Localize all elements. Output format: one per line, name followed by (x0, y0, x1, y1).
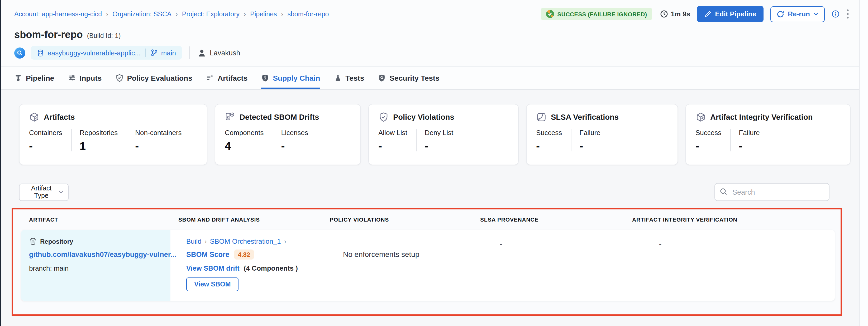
summary-cards: Artifacts Containers - Repositories 1 No… (19, 104, 850, 165)
sbom-drift-cell: Build › SBOM Orchestration_1 › SBOM Scor… (170, 230, 322, 301)
breadcrumb: Account: app-harness-ng-cicd› Organizati… (14, 10, 329, 18)
repository-link[interactable]: easybuggy-vulnerable-applic... (36, 49, 141, 57)
view-sbom-drift-link[interactable]: View SBOM drift (186, 264, 240, 272)
page-title: sbom-for-repo (14, 29, 83, 41)
more-options-kebab-icon[interactable] (846, 9, 849, 19)
git-branch-icon (151, 49, 158, 57)
column-policy-violations: Policy Violations (330, 216, 480, 223)
tab-supply-chain-label: Supply Chain (273, 74, 320, 82)
app-window: Account: app-harness-ng-cicd› Organizati… (0, 0, 868, 326)
tab-supply-chain[interactable]: Supply Chain (261, 67, 320, 89)
slsa-icon (536, 112, 547, 122)
breadcrumb-project[interactable]: Project: Exploratory (182, 10, 240, 18)
status-badge: SUCCESS (FAILURE IGNORED) (541, 8, 652, 20)
tab-inputs-label: Inputs (80, 74, 101, 82)
shield-check-icon (378, 112, 389, 122)
chevron-right-icon: › (284, 238, 286, 245)
artifact-cell: Repository github.com/lavakush07/easybug… (21, 230, 170, 301)
slsa-provenance-cell: - (472, 230, 624, 301)
search-input[interactable] (714, 183, 830, 201)
security-shield-icon (378, 74, 386, 82)
sbom-score-link[interactable]: SBOM Score (186, 251, 229, 259)
supply-chain-content: Artifacts Containers - Repositories 1 No… (0, 104, 868, 316)
chevron-down-icon (58, 190, 63, 194)
tab-inputs[interactable]: Inputs (68, 67, 101, 89)
stat-non-containers: Non-containers - (127, 129, 190, 152)
rerun-button[interactable]: Re-run (770, 6, 825, 22)
search-box[interactable] (714, 183, 830, 201)
column-artifact: Artifact (29, 216, 178, 223)
right-scroll-rail[interactable] (859, 0, 868, 326)
tab-pipeline-label: Pipeline (26, 74, 54, 82)
sbom-step-orchestration-link[interactable]: SBOM Orchestration_1 (210, 237, 281, 245)
flask-icon (334, 74, 342, 82)
stat-repositories: Repositories 1 (71, 129, 127, 152)
stat-integrity-failure: Failure - (730, 129, 769, 152)
card-title: Artifacts (44, 113, 75, 121)
triggered-by-user: Lavakush (197, 48, 240, 57)
sbom-step-breadcrumb: Build › SBOM Orchestration_1 › (186, 237, 317, 245)
sbom-score-badge: 4.82 (234, 250, 254, 260)
document-cube-icon (225, 112, 235, 122)
tab-artifacts[interactable]: Artifacts (206, 67, 248, 89)
tab-bar: Pipeline Inputs Policy Evaluations Artif… (0, 67, 868, 90)
page-header: Account: app-harness-ng-cicd› Organizati… (0, 0, 868, 67)
breadcrumb-pipeline-name[interactable]: sbom-for-repo (287, 10, 329, 18)
repo-branch-pill: easybuggy-vulnerable-applic... main (31, 46, 182, 60)
trigger-type-icon (14, 47, 25, 58)
card-title: Artifact Integrity Verification (710, 113, 813, 121)
repository-name: easybuggy-vulnerable-applic... (48, 49, 141, 57)
card-title: SLSA Verifications (551, 113, 619, 121)
tab-artifacts-label: Artifacts (218, 74, 248, 82)
duration-label: 1m 9s (671, 10, 690, 18)
user-icon (197, 48, 206, 57)
title-row: sbom-for-repo (Build Id: 1) (14, 29, 868, 41)
table-header: Artifact SBOM and Drift Analysis Policy … (13, 209, 841, 229)
artifact-type-select[interactable]: Artifact Type (19, 183, 69, 201)
sbom-score-line: SBOM Score 4.82 (186, 250, 317, 260)
card-artifact-integrity: Artifact Integrity Verification Success … (685, 104, 850, 165)
stat-deny-list: Deny List - (416, 129, 462, 152)
chevron-right-icon: › (176, 10, 178, 18)
stat-containers: Containers - (29, 129, 71, 152)
chevron-right-icon: › (244, 10, 246, 18)
breadcrumb-organization[interactable]: Organization: SSCA (113, 10, 172, 18)
shield-check-icon (115, 74, 123, 82)
repository-icon (36, 49, 44, 57)
header-actions: SUCCESS (FAILURE IGNORED) 1m 9s Edit Pip… (541, 6, 849, 22)
tab-security-tests[interactable]: Security Tests (378, 67, 439, 89)
pipeline-icon (14, 74, 22, 82)
stat-slsa-failure: Failure - (571, 129, 610, 152)
branch-link[interactable]: main (151, 49, 176, 57)
tab-policy-evaluations[interactable]: Policy Evaluations (115, 67, 192, 89)
build-id: (Build Id: 1) (87, 32, 121, 39)
artifact-type-label: Artifact Type (24, 185, 58, 199)
meta-divider (189, 46, 190, 59)
card-title: Policy Violations (393, 113, 454, 121)
card-slsa-verifications: SLSA Verifications Success - Failure - (526, 104, 678, 165)
policy-violations-cell: No enforcements setup (322, 230, 472, 301)
breadcrumb-pipelines[interactable]: Pipelines (250, 10, 277, 18)
search-icon (720, 188, 727, 196)
tab-tests[interactable]: Tests (334, 67, 364, 89)
artifact-type-label: Repository (40, 238, 73, 245)
supply-chain-shield-icon (261, 74, 269, 82)
pencil-icon (705, 10, 711, 18)
viewport: Account: app-harness-ng-cicd› Organizati… (0, 0, 868, 326)
stat-integrity-success: Success - (695, 129, 730, 152)
sbom-step-build-link[interactable]: Build (186, 237, 202, 245)
column-slsa-provenance: SLSA Provenance (480, 216, 632, 223)
tab-pipeline[interactable]: Pipeline (14, 67, 54, 89)
view-sbom-button[interactable]: View SBOM (186, 278, 239, 291)
user-name: Lavakush (210, 49, 240, 57)
artifact-repo-link[interactable]: github.com/lavakush07/easybuggy-vulner..… (29, 251, 163, 259)
tab-tests-label: Tests (345, 74, 364, 82)
stat-components: Components 4 (225, 129, 273, 152)
success-warning-icon (546, 10, 554, 18)
table-row: Repository github.com/lavakush07/easybug… (21, 230, 835, 301)
top-bar: Account: app-harness-ng-cicd› Organizati… (0, 0, 868, 22)
info-icon[interactable] (832, 10, 839, 18)
edit-pipeline-button[interactable]: Edit Pipeline (697, 6, 764, 22)
breadcrumb-account[interactable]: Account: app-harness-ng-cicd (14, 10, 102, 18)
column-sbom-drift-analysis: SBOM and Drift Analysis (178, 216, 330, 223)
